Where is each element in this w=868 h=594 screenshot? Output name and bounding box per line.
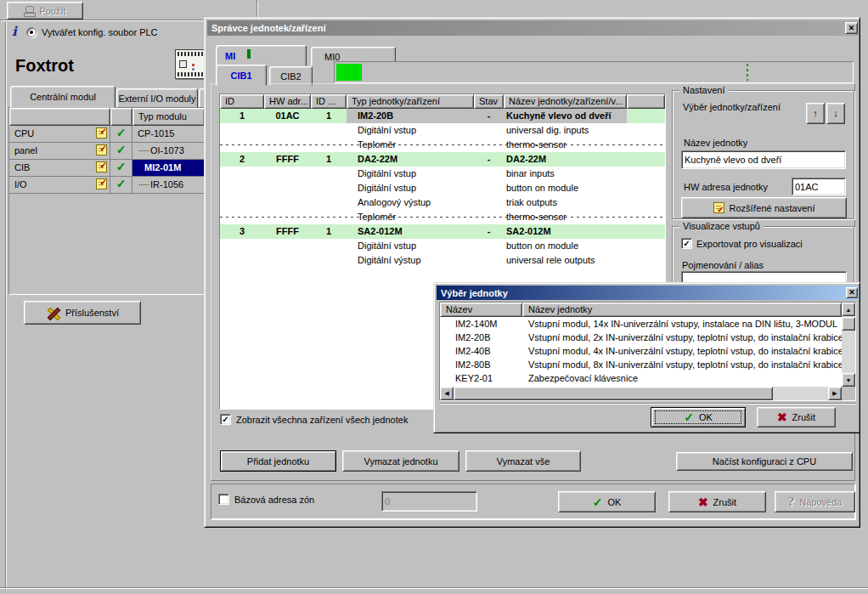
tab-external-io[interactable]: Externí I/O moduly <box>116 88 198 108</box>
advanced-settings-label: Rozšířené nastavení <box>730 203 815 213</box>
show-all-devices-label: Zobrazit všechna zařízení všech jednotek <box>236 415 408 425</box>
accessories-button[interactable]: Příslušenství <box>24 301 141 325</box>
picker-row-im2-80b[interactable]: IM2-80BVstupní modul, 8x IN-univerzální … <box>440 358 842 371</box>
col-name[interactable]: Název jednotky/zařízení/v... <box>504 94 627 109</box>
scroll-down-button[interactable]: ▼ <box>842 373 855 387</box>
picker-dialog: Výběr jednotky ✕ Název Název jednotky IM… <box>433 282 860 433</box>
unit-row-3[interactable]: 3 FFFF 1 SA2-012M - SA2-012M <box>220 224 665 239</box>
export-visualization-checkbox[interactable]: ✓ <box>681 238 692 249</box>
scroll-right-button[interactable]: ▶ <box>828 387 842 400</box>
picker-col-name[interactable]: Název <box>440 303 522 317</box>
load-cpu-config-label: Načíst konfiguraci z CPU <box>713 456 816 467</box>
apply-button-label: Použít <box>39 6 65 16</box>
units-table-header: ID HW adr... ID ... Typ jednotky/zařízen… <box>220 94 665 109</box>
move-up-button[interactable]: ↑ <box>806 103 825 124</box>
picker-cancel-button[interactable]: ✖ Zrušit <box>757 407 836 427</box>
create-config-radio[interactable] <box>26 27 37 37</box>
module-row-panel[interactable]: panel ✓ OI-1073 <box>9 143 205 160</box>
manager-titlebar[interactable]: Správce jednotek/zařízení <box>207 20 859 36</box>
device-row[interactable]: Digitální vstup universal dig. inputs <box>220 123 665 138</box>
hw-address-input[interactable] <box>792 178 846 195</box>
remove-unit-button[interactable]: Vymazat jednotku <box>342 450 459 472</box>
device-row[interactable]: Digitální vstup binar inputs <box>220 167 665 181</box>
add-unit-button[interactable]: Přidat jednotku <box>220 450 336 472</box>
vscroll-thumb[interactable] <box>842 317 855 331</box>
picker-close-button[interactable]: ✕ <box>846 287 858 298</box>
manager-close-button[interactable]: ✕ <box>845 22 858 34</box>
checklist-icon[interactable] <box>96 161 107 173</box>
advanced-settings-button[interactable]: Rozšířené nastavení <box>681 197 847 218</box>
remove-all-label: Vymazat vše <box>497 456 550 467</box>
col-type[interactable]: Typ jednotky/zařízení <box>347 94 474 109</box>
col-hw[interactable]: HW adr... <box>264 94 311 109</box>
device-row-disabled[interactable]: Teploměr thermo-sensor <box>220 210 665 224</box>
checklist-icon[interactable] <box>96 178 107 190</box>
scrollbar-corner <box>842 387 855 400</box>
manager-cancel-button[interactable]: ✖ Zrušit <box>668 491 766 512</box>
unit-name-input[interactable] <box>681 150 846 169</box>
device-row[interactable]: Digitální vstup button on module <box>220 239 665 253</box>
unit-row-2[interactable]: 2 FFFF 1 DA2-22M - DA2-22M <box>220 152 665 167</box>
picker-hscrollbar[interactable]: ◀ ▶ <box>440 387 842 400</box>
apply-icon <box>24 6 34 16</box>
hscroll-thumb[interactable] <box>454 387 773 400</box>
settings-group-title: Nastavení <box>679 85 729 95</box>
picker-vscrollbar[interactable]: ▲ ▼ <box>842 303 855 387</box>
manager-ok-button[interactable]: ✓ OK <box>558 491 656 512</box>
picker-row-im2-20b[interactable]: IM2-20BVstupní modul, 2x IN-univerzální … <box>440 331 842 344</box>
show-all-devices-checkbox[interactable]: ✓ <box>220 414 231 425</box>
device-row[interactable]: Analogový výstup triak outputs <box>220 195 665 210</box>
picker-list: Název Název jednotky IM2-140MVstupní mod… <box>439 302 856 401</box>
device-row-disabled[interactable]: Teploměr thermo-sensor <box>220 138 665 152</box>
tab-mi-label: MI <box>225 51 235 61</box>
checklist-icon[interactable] <box>96 144 107 156</box>
remove-all-button[interactable]: Vymazat vše <box>465 450 581 472</box>
device-row[interactable]: Digitální vstup button on module <box>220 181 665 195</box>
picker-row-im2-40b[interactable]: IM2-40BVstupní modul, 4x IN-univerzální … <box>440 344 842 358</box>
arrow-down-icon: ↓ <box>833 109 838 118</box>
checklist-icon[interactable] <box>96 127 107 139</box>
visualization-group-title: Visualizace vstupů <box>679 221 764 231</box>
statusbar-divider <box>0 588 868 589</box>
tree-branch <box>139 150 149 151</box>
tab-external-io-label: Externí I/O moduly <box>118 93 195 104</box>
cib-capacity-bar <box>334 61 854 83</box>
tab-cib1[interactable]: CIB1 <box>216 65 267 86</box>
arrow-up-icon: ↑ <box>813 109 818 118</box>
unit-row-1[interactable]: 1 01AC 1 IM2-20B - Kuchyně vlevo od dveř… <box>220 109 665 123</box>
base-address-label: Bázová adresa zón <box>234 495 314 505</box>
tab-central-module[interactable]: Centrální modul <box>10 86 116 108</box>
picker-row-key2-01[interactable]: KEY2-01Zabezpečovací klávesnice <box>440 371 842 385</box>
device-row[interactable]: Digitální výstup universal rele outputs <box>220 253 665 268</box>
base-address-checkbox[interactable] <box>218 494 229 505</box>
move-down-button[interactable]: ↓ <box>826 103 845 124</box>
col-id[interactable]: ID <box>220 94 264 109</box>
col-stav[interactable]: Stav <box>474 94 504 109</box>
picker-row-im2-140m[interactable]: IM2-140MVstupní modul, 14x IN-univerzáln… <box>440 317 842 331</box>
picker-titlebar[interactable]: Výběr jednotky <box>437 286 859 300</box>
tools-icon <box>46 307 60 320</box>
tab-mi[interactable]: MI <box>216 45 307 66</box>
add-unit-label: Přidat jednotku <box>247 456 309 467</box>
picker-cancel-label: Zrušit <box>792 412 816 422</box>
manager-dialog: Správce jednotek/zařízení ✕ MI MI0 CIB1 … <box>204 17 860 528</box>
checklist-icon <box>713 202 724 213</box>
tab-cib1-label: CIB1 <box>230 71 251 81</box>
module-row-cib[interactable]: CIB ✓ MI2-01M <box>9 160 205 177</box>
load-cpu-config-button[interactable]: Načíst konfiguraci z CPU <box>676 452 853 471</box>
manager-help-button[interactable]: ? Nápověda <box>775 491 855 512</box>
scroll-left-button[interactable]: ◀ <box>440 387 454 400</box>
module-row-io[interactable]: I/O ✓ IR-1056 <box>9 177 205 194</box>
col-id2[interactable]: ID ... <box>311 94 347 109</box>
picker-rows: IM2-140MVstupní modul, 14x IN-univerzáln… <box>440 317 842 385</box>
check-icon: ✓ <box>116 144 127 156</box>
scroll-up-button[interactable]: ▲ <box>842 303 855 316</box>
picker-ok-button[interactable]: ✓ OK <box>651 407 746 427</box>
module-table-header: Typ modulu <box>9 108 205 126</box>
manager-help-label: Nápověda <box>799 497 842 507</box>
picker-col-desc[interactable]: Název jednotky <box>522 303 842 317</box>
check-icon: ✓ <box>116 127 127 139</box>
apply-button[interactable]: Použít <box>7 2 83 20</box>
module-row-cpu[interactable]: CPU ✓ CP-1015 <box>9 126 205 143</box>
manager-title: Správce jednotek/zařízení <box>211 23 326 33</box>
